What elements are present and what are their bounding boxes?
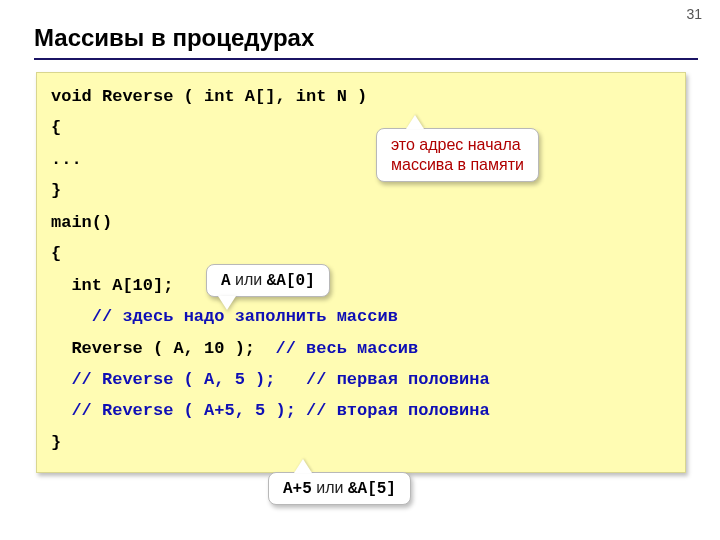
narr-text: или	[231, 271, 267, 288]
code-line: }	[51, 427, 671, 458]
mono-text: A	[221, 272, 231, 290]
mono-text: A+5	[283, 480, 312, 498]
callout-line: массива в памяти	[391, 155, 524, 175]
code-line: int A[10];	[51, 270, 671, 301]
mono-text: &A[5]	[348, 480, 396, 498]
code-line: ...	[51, 144, 671, 175]
callout-address: это адрес начала массива в памяти	[376, 128, 539, 182]
callout-a5-or-a5idx: A+5 или &A[5]	[268, 472, 411, 505]
code-line: }	[51, 175, 671, 206]
callout-a-or-a0: A или &A[0]	[206, 264, 330, 297]
title-rule	[34, 58, 698, 60]
slide-title: Массивы в процедурах	[34, 24, 314, 52]
page-number: 31	[686, 6, 702, 22]
code-line: // здесь надо заполнить массив	[51, 301, 671, 332]
callout-tail	[406, 115, 424, 129]
code-line: main()	[51, 207, 671, 238]
code-line: {	[51, 238, 671, 269]
code-line: // Reverse ( A+5, 5 ); // вторая половин…	[51, 395, 671, 426]
callout-line: это адрес начала	[391, 135, 524, 155]
code-line: // Reverse ( A, 5 ); // первая половина	[51, 364, 671, 395]
code-block: void Reverse ( int A[], int N ) { ... } …	[36, 72, 686, 473]
code-line: void Reverse ( int A[], int N )	[51, 81, 671, 112]
mono-text: &A[0]	[267, 272, 315, 290]
callout-tail	[294, 459, 312, 473]
callout-tail	[218, 296, 236, 310]
narr-text: или	[312, 479, 348, 496]
code-line: Reverse ( A, 10 ); // весь массив	[51, 333, 671, 364]
code-line: {	[51, 112, 671, 143]
